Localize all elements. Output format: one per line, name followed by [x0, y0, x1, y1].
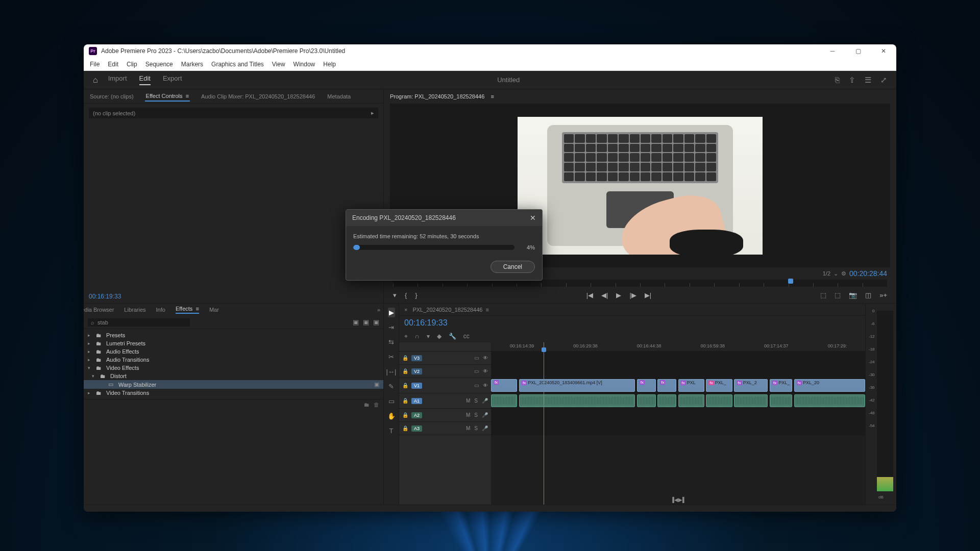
- lane-v1[interactable]: fx fxPXL_20240520_183409661.mp4 [V] fx f…: [491, 378, 865, 393]
- ripple-tool-icon[interactable]: ⇆: [387, 337, 395, 347]
- home-icon[interactable]: ⌂: [93, 76, 98, 85]
- track-eye-icon[interactable]: 👁: [483, 383, 488, 388]
- menu-markers[interactable]: Markers: [181, 61, 203, 68]
- insert-icon[interactable]: ◆: [437, 333, 442, 340]
- comparison-icon[interactable]: ◫: [865, 291, 871, 299]
- mark-in-icon[interactable]: {: [405, 291, 407, 299]
- tree-row-distort[interactable]: ▾🖿Distort: [84, 372, 383, 380]
- tab-metadata[interactable]: Metadata: [326, 92, 352, 101]
- audio-clip[interactable]: [770, 394, 792, 407]
- new-bin-icon[interactable]: 🖿: [364, 402, 370, 408]
- tree-row-audio-effects[interactable]: ▸🖿Audio Effects: [84, 347, 383, 356]
- minimize-button[interactable]: ─: [825, 47, 840, 55]
- audio-clip[interactable]: [519, 394, 635, 407]
- video-clip[interactable]: fxPXL: [678, 379, 704, 392]
- video-clip[interactable]: fx: [637, 379, 656, 392]
- share-icon[interactable]: ⇪: [849, 76, 855, 85]
- tree-row-video-effects[interactable]: ▾🖿Video Effects: [84, 364, 383, 372]
- video-clip[interactable]: fxPXL_2: [734, 379, 768, 392]
- audio-clip[interactable]: [706, 394, 732, 407]
- track-eye-icon[interactable]: 👁: [483, 355, 488, 361]
- caption-icon[interactable]: cc: [463, 333, 470, 340]
- effects-search[interactable]: ⌕: [88, 318, 190, 327]
- tabs-overflow-icon[interactable]: »: [377, 307, 380, 313]
- ws-tab-import[interactable]: Import: [108, 74, 127, 85]
- video-clip[interactable]: fxPXL_: [706, 379, 732, 392]
- tab-libraries[interactable]: Libraries: [124, 307, 145, 313]
- tree-row-video-transitions[interactable]: ▸🖿Video Transitions: [84, 389, 383, 397]
- mic-icon[interactable]: 🎤: [482, 398, 488, 404]
- lane-a1[interactable]: [491, 393, 865, 409]
- menu-clip[interactable]: Clip: [127, 61, 137, 68]
- fx-accel-icon[interactable]: ▣: [363, 318, 369, 326]
- workspace-menu-icon[interactable]: ☰: [865, 76, 871, 85]
- timeline-tracks[interactable]: 00:16:14:39 00:16:29:38 00:16:44:38 00:1…: [491, 342, 865, 505]
- track-output-icon[interactable]: ▭: [474, 355, 479, 361]
- fx-yuv-icon[interactable]: ▣: [373, 318, 379, 326]
- tab-effect-controls[interactable]: Effect Controls ≡: [145, 91, 190, 102]
- extract-icon[interactable]: ⬚: [835, 291, 841, 299]
- menu-sequence[interactable]: Sequence: [145, 61, 173, 68]
- audio-clip[interactable]: [734, 394, 768, 407]
- hand-tool-icon[interactable]: ✋: [386, 411, 397, 421]
- selection-tool-icon[interactable]: ▶: [388, 308, 395, 317]
- marker-icon[interactable]: ▾: [427, 333, 430, 340]
- video-clip[interactable]: fxPXL_: [770, 379, 792, 392]
- expand-icon[interactable]: ▸: [88, 341, 93, 346]
- video-clip[interactable]: fxPXL_20: [794, 379, 865, 392]
- add-marker-icon[interactable]: ▾: [393, 291, 397, 299]
- menu-help[interactable]: Help: [323, 61, 336, 68]
- maximize-button[interactable]: ▢: [850, 47, 866, 55]
- track-header-v1[interactable]: 🔒V1▭👁: [399, 378, 491, 393]
- go-to-in-icon[interactable]: |◀: [586, 291, 593, 299]
- panel-menu-icon[interactable]: ▸: [371, 110, 374, 116]
- menu-view[interactable]: View: [272, 61, 285, 68]
- track-header-v3[interactable]: 🔒V3▭👁: [399, 352, 491, 365]
- trash-icon[interactable]: 🗑: [374, 402, 379, 408]
- audio-clip[interactable]: [491, 394, 517, 407]
- timeline-timecode[interactable]: 00:16:19:33: [404, 318, 448, 328]
- zoom-handle-icon[interactable]: ▐◀▶▌: [671, 497, 686, 503]
- zoom-dropdown-icon[interactable]: ⌄: [834, 270, 838, 277]
- timeline-ruler[interactable]: 00:16:14:39 00:16:29:38 00:16:44:38 00:1…: [491, 342, 865, 352]
- fullscreen-icon[interactable]: ⤢: [880, 76, 887, 85]
- lift-icon[interactable]: ⬚: [820, 291, 826, 299]
- close-button[interactable]: ✕: [876, 47, 891, 55]
- tab-source[interactable]: Source: (no clips): [89, 92, 135, 101]
- menu-file[interactable]: File: [90, 61, 100, 68]
- audio-clip[interactable]: [678, 394, 704, 407]
- menu-edit[interactable]: Edit: [108, 61, 118, 68]
- effects-search-input[interactable]: [97, 319, 187, 325]
- pen-tool-icon[interactable]: ✎: [387, 382, 395, 391]
- program-ruler[interactable]: [393, 280, 887, 287]
- timeline-close-icon[interactable]: ×: [404, 307, 407, 313]
- linked-selection-icon[interactable]: ∩: [415, 333, 420, 340]
- tree-row-audio-transitions[interactable]: ▸🖿Audio Transitions: [84, 356, 383, 364]
- menu-window[interactable]: Window: [293, 61, 315, 68]
- tab-effects[interactable]: Effects ≡: [176, 306, 199, 314]
- video-clip[interactable]: fxPXL_20240520_183409661.mp4 [V]: [519, 379, 635, 392]
- sequence-tab[interactable]: PXL_20240520_182528446 ≡: [412, 307, 489, 313]
- lane-v3[interactable]: [491, 352, 865, 365]
- audio-clip[interactable]: [637, 394, 656, 407]
- program-playhead[interactable]: [788, 279, 793, 284]
- expand-icon[interactable]: ▸: [88, 349, 93, 354]
- dialog-close-icon[interactable]: ✕: [530, 214, 536, 222]
- slip-tool-icon[interactable]: |↔|: [385, 367, 398, 377]
- tab-media-browser[interactable]: Media Browser: [84, 307, 114, 313]
- tab-info[interactable]: Info: [156, 307, 165, 313]
- step-back-icon[interactable]: ◀|: [601, 291, 608, 299]
- expand-icon[interactable]: ▸: [88, 390, 93, 395]
- title-bar[interactable]: Pr Adobe Premiere Pro 2023 - C:\Users\za…: [84, 44, 896, 58]
- tab-audio-mixer[interactable]: Audio Clip Mixer: PXL_20240520_182528446: [200, 92, 316, 101]
- expand-icon[interactable]: ▸: [88, 357, 93, 362]
- effect-controls-timecode[interactable]: 00:16:19:33: [89, 293, 121, 300]
- lane-a2[interactable]: [491, 409, 865, 422]
- track-select-tool-icon[interactable]: ⇥: [387, 322, 395, 332]
- track-header-v2[interactable]: 🔒V2▭👁: [399, 365, 491, 378]
- track-header-a3[interactable]: 🔒A3MS🎤: [399, 422, 491, 435]
- track-header-a1[interactable]: 🔒A1MS🎤: [399, 393, 491, 409]
- zoom-level[interactable]: 1/2: [823, 270, 830, 277]
- video-clip[interactable]: fx: [491, 379, 517, 392]
- settings-icon[interactable]: 🔧: [449, 333, 456, 340]
